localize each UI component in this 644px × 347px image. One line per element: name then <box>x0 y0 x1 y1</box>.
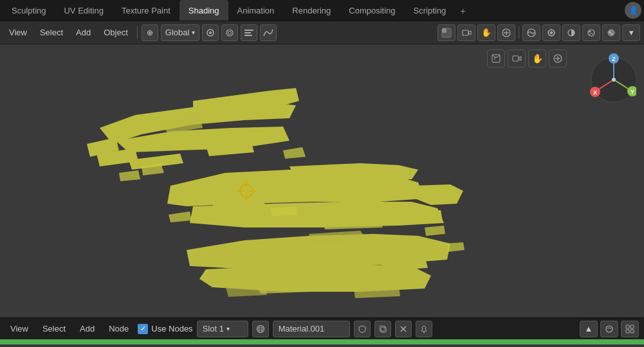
svg-rect-43 <box>513 56 519 61</box>
svg-text:Z: Z <box>612 56 616 62</box>
top-tab-bar: Sculpting UV Editing Texture Paint Shadi… <box>0 0 644 21</box>
material-name-field[interactable]: Material.001 <box>273 321 350 337</box>
viewport-display-btn[interactable] <box>522 24 540 41</box>
svg-rect-70 <box>626 325 629 328</box>
svg-rect-73 <box>630 330 634 333</box>
add-menu-button[interactable]: Add <box>71 24 96 41</box>
status-bar: View Select Add Node ✓ Use Nodes Slot 1 … <box>0 317 644 339</box>
snap-button[interactable] <box>202 24 219 41</box>
material-pin-button[interactable] <box>416 321 432 337</box>
slot-label: Slot 1 <box>203 324 224 334</box>
overlay-button[interactable] <box>241 24 257 41</box>
perspective-view-button[interactable] <box>487 49 505 67</box>
curve-button[interactable] <box>260 24 277 41</box>
transform-mode-dropdown[interactable]: Global <box>161 24 200 41</box>
tab-texture-paint[interactable]: Texture Paint <box>113 0 179 21</box>
status-select-button[interactable]: Select <box>37 321 71 337</box>
svg-point-17 <box>550 31 553 34</box>
add-tab-button[interactable]: + <box>455 1 471 20</box>
svg-rect-5 <box>244 32 251 33</box>
3d-viewport[interactable]: ✋ Z Y X <box>0 44 644 317</box>
use-nodes-checkbox[interactable]: ✓ <box>138 324 148 334</box>
tab-animation[interactable]: Animation <box>228 0 284 21</box>
status-add-button[interactable]: Add <box>75 321 100 337</box>
use-nodes-label: Use Nodes <box>151 324 192 334</box>
viewport-rendered[interactable] <box>602 24 620 41</box>
tab-uv-editing[interactable]: UV Editing <box>55 0 112 21</box>
tab-sculpting[interactable]: Sculpting <box>3 0 55 21</box>
svg-point-58 <box>612 78 616 82</box>
camera-view-button[interactable] <box>508 49 526 67</box>
viewport-shading-solid[interactable] <box>437 24 455 41</box>
viewport-add-view[interactable] <box>497 24 515 41</box>
main-toolbar: View Select Add Object ⊕ Global <box>0 21 644 44</box>
scroll-up-button[interactable]: ▲ <box>580 321 598 337</box>
proportional-edit-button[interactable] <box>221 24 238 41</box>
svg-rect-64 <box>381 327 386 332</box>
svg-rect-71 <box>630 325 634 328</box>
svg-text:X: X <box>593 89 597 96</box>
svg-rect-9 <box>463 30 468 35</box>
tab-compositing[interactable]: Compositing <box>340 0 404 21</box>
svg-point-25 <box>608 30 614 36</box>
bottom-status-indicator <box>0 339 644 344</box>
svg-rect-6 <box>244 35 252 36</box>
status-view-button[interactable]: View <box>5 321 33 337</box>
svg-point-24 <box>589 30 591 32</box>
use-nodes-checkbox-group[interactable]: ✓ Use Nodes <box>138 324 192 334</box>
select-menu-button[interactable]: Select <box>35 24 68 41</box>
tab-shading[interactable]: Shading <box>179 0 228 21</box>
svg-point-3 <box>228 31 232 34</box>
status-right-group: ▲ <box>580 321 639 337</box>
tab-rendering[interactable]: Rendering <box>283 0 340 21</box>
svg-point-69 <box>606 326 612 332</box>
svg-line-40 <box>497 55 500 57</box>
transform-icon-button[interactable]: ⊕ <box>142 24 158 41</box>
viewport-shading-camera[interactable] <box>457 24 475 41</box>
material-shield-button[interactable] <box>354 321 371 337</box>
toolbar-separator-2 <box>519 26 519 39</box>
axis-gizmo[interactable]: Z Y X <box>578 51 636 109</box>
svg-point-23 <box>588 30 594 36</box>
svg-rect-72 <box>626 330 629 333</box>
svg-rect-4 <box>244 30 253 31</box>
node-arrange-button[interactable] <box>621 321 639 337</box>
user-avatar[interactable]: 👤 <box>625 2 641 19</box>
viewport-look-dev[interactable] <box>582 24 600 41</box>
svg-marker-44 <box>519 57 521 60</box>
svg-rect-8 <box>442 28 446 33</box>
add-viewport-button[interactable] <box>549 49 567 67</box>
svg-point-26 <box>609 31 611 33</box>
svg-point-27 <box>611 33 613 35</box>
svg-point-2 <box>226 30 233 36</box>
world-settings-button[interactable] <box>252 321 269 337</box>
hand-tool-button[interactable]: ✋ <box>528 49 546 67</box>
toolbar-separator-1 <box>137 26 138 39</box>
svg-point-1 <box>209 31 212 34</box>
svg-rect-65 <box>380 326 385 331</box>
viewport-nav-icons: ✋ <box>487 49 567 67</box>
viewport-pan[interactable]: ✋ <box>477 24 495 41</box>
object-menu-button[interactable]: Object <box>98 24 133 41</box>
tab-scripting[interactable]: Scripting <box>405 0 455 21</box>
viewport-extra[interactable]: ▾ <box>622 24 640 41</box>
mesh-render <box>0 44 644 317</box>
view-menu-button[interactable]: View <box>4 24 32 41</box>
viewport-shading-mode[interactable] <box>562 24 580 41</box>
material-name-label: Material.001 <box>279 324 325 334</box>
svg-line-39 <box>492 55 495 57</box>
material-remove-button[interactable] <box>395 321 412 337</box>
transform-mode-label: Global <box>165 28 190 37</box>
node-snap-button[interactable] <box>600 321 618 337</box>
svg-text:Y: Y <box>630 89 634 95</box>
slot-dropdown[interactable]: Slot 1 <box>197 321 248 337</box>
viewport-render-btn[interactable] <box>542 24 560 41</box>
toolbar-right-group: ✋ <box>437 24 640 41</box>
status-node-button[interactable]: Node <box>104 321 134 337</box>
material-duplicate-button[interactable] <box>374 321 391 337</box>
